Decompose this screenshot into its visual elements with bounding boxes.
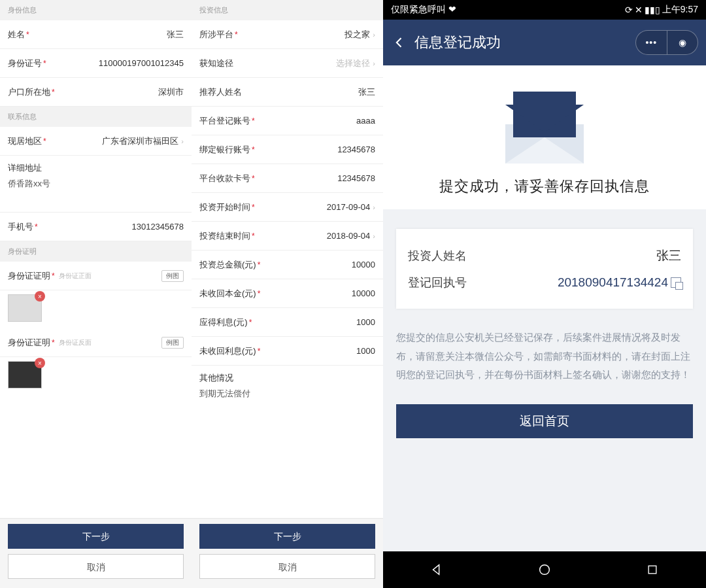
value-idno: 110000197001012345 — [99, 58, 184, 68]
nav-recent-icon[interactable] — [644, 561, 661, 578]
home-button[interactable]: 返回首页 — [396, 404, 693, 438]
section-contact: 联系信息 — [0, 107, 192, 127]
next-button[interactable]: 下一步 — [8, 524, 184, 549]
example-button[interactable]: 例图 — [161, 337, 184, 349]
row-end[interactable]: 投资结束时间* 2018-09-04› — [192, 222, 383, 251]
svg-rect-1 — [648, 566, 656, 574]
row-total[interactable]: 投资总金额(元)* 10000 — [192, 251, 383, 279]
row-region[interactable]: 现居地区* 广东省深圳市福田区› — [0, 127, 192, 156]
row-addr[interactable]: 详细地址 侨香路xx号 — [0, 156, 192, 213]
chevron-right-icon: › — [181, 137, 184, 145]
chevron-right-icon: › — [373, 60, 375, 67]
capsule-menu-icon[interactable]: ••• — [636, 31, 667, 54]
value-receipt-no: 2018090417134424 — [558, 275, 681, 290]
row-paycard[interactable]: 平台收款卡号* 12345678 — [192, 164, 383, 193]
footer: 下一步 取消 — [192, 518, 383, 588]
page-title: 信息登记成功 — [414, 33, 501, 52]
app-header: 信息登记成功 ••• ◉ — [383, 20, 706, 65]
id-back-thumb[interactable]: × — [8, 361, 42, 389]
value-phone: 13012345678 — [131, 222, 184, 232]
envelope-icon — [505, 92, 584, 164]
value-investor-name: 张三 — [656, 247, 681, 264]
nav-back-icon[interactable] — [428, 561, 445, 578]
row-proof-back: 身份证证明*身份证反面 例图 — [0, 328, 192, 357]
id-front-thumb[interactable]: × — [8, 294, 42, 322]
footer: 下一步 取消 — [0, 518, 192, 588]
section-invest: 投资信息 — [192, 0, 383, 20]
row-bank[interactable]: 绑定银行账号* 12345678 — [192, 135, 383, 164]
cancel-button[interactable]: 取消 — [8, 554, 184, 579]
row-principal[interactable]: 未收回本金(元)* 10000 — [192, 279, 383, 308]
row-uinterest[interactable]: 未收回利息(元)* 1000 — [192, 337, 383, 366]
value-region: 广东省深圳市福田区 — [102, 136, 178, 146]
receipt-card: 投资人姓名 张三 登记回执号 2018090417134424 — [396, 229, 693, 309]
status-bar: 仅限紧急呼叫 ❤ ⟳✕▮▮▯ 上午9:57 — [383, 0, 706, 20]
row-account[interactable]: 平台登记账号* aaaa — [192, 107, 383, 135]
row-other[interactable]: 其他情况 到期无法偿付 — [192, 366, 383, 406]
row-interest[interactable]: 应得利息(元)* 1000 — [192, 308, 383, 337]
capsule-close-icon[interactable]: ◉ — [667, 31, 698, 54]
card-row-name: 投资人姓名 张三 — [408, 242, 681, 269]
chevron-right-icon: › — [373, 203, 375, 211]
example-button[interactable]: 例图 — [161, 270, 184, 282]
value-hukou: 深圳市 — [158, 86, 184, 98]
back-button[interactable] — [390, 33, 409, 52]
value-addr: 侨香路xx号 — [8, 178, 50, 190]
row-idno[interactable]: 身份证号* 110000197001012345 — [0, 49, 192, 78]
row-hukou[interactable]: 户口所在地* 深圳市 — [0, 78, 192, 107]
miniapp-capsule[interactable]: ••• ◉ — [635, 30, 698, 55]
section-identity: 身份信息 — [0, 0, 192, 20]
row-platform[interactable]: 所涉平台* 投之家› — [192, 20, 383, 49]
delete-icon[interactable]: × — [35, 291, 45, 302]
row-start[interactable]: 投资开始时间* 2017-09-04› — [192, 193, 383, 222]
chevron-right-icon: › — [373, 232, 375, 240]
row-name[interactable]: 姓名* 张三 — [0, 20, 192, 49]
delete-icon[interactable]: × — [35, 358, 45, 368]
section-proof: 身份证明 — [0, 241, 192, 262]
row-proof-front: 身份证证明*身份证正面 例图 — [0, 262, 192, 290]
nav-home-icon[interactable] — [536, 561, 553, 578]
cancel-button[interactable]: 取消 — [199, 554, 375, 579]
card-row-receipt: 登记回执号 2018090417134424 — [408, 269, 681, 296]
policy-note: 您提交的信息公安机关已经登记保存，后续案件进展情况将及时发布，请留意关注本微信公… — [396, 328, 693, 385]
android-navbar — [383, 551, 706, 588]
svg-point-0 — [540, 565, 550, 575]
next-button[interactable]: 下一步 — [199, 524, 375, 549]
success-message: 提交成功，请妥善保存回执信息 — [396, 177, 693, 196]
row-referrer[interactable]: 推荐人姓名 张三 — [192, 78, 383, 107]
row-channel[interactable]: 获知途径 选择途径› — [192, 49, 383, 78]
chevron-right-icon: › — [373, 31, 375, 39]
copy-icon[interactable] — [671, 277, 681, 288]
success-panel: 提交成功，请妥善保存回执信息 — [383, 65, 706, 209]
status-right: ⟳✕▮▮▯ 上午9:57 — [625, 4, 698, 16]
row-phone[interactable]: 手机号* 13012345678 — [0, 213, 192, 241]
status-left: 仅限紧急呼叫 ❤ — [391, 4, 456, 16]
value-name: 张三 — [167, 29, 184, 41]
